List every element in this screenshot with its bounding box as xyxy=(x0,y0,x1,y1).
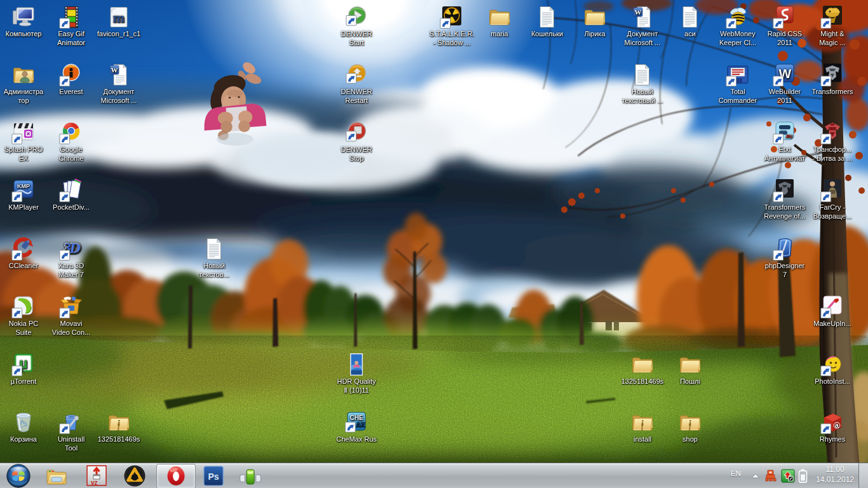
svg-text:KMP: KMP xyxy=(17,183,30,189)
svg-text:CHE: CHE xyxy=(349,414,363,421)
svg-text:vz: vz xyxy=(91,479,98,486)
svg-text:AX: AX xyxy=(356,421,365,428)
svg-text:m: m xyxy=(113,10,125,25)
svg-text:D: D xyxy=(69,240,80,256)
svg-text:.RU: .RU xyxy=(785,134,793,139)
svg-text:Ps: Ps xyxy=(208,471,219,482)
